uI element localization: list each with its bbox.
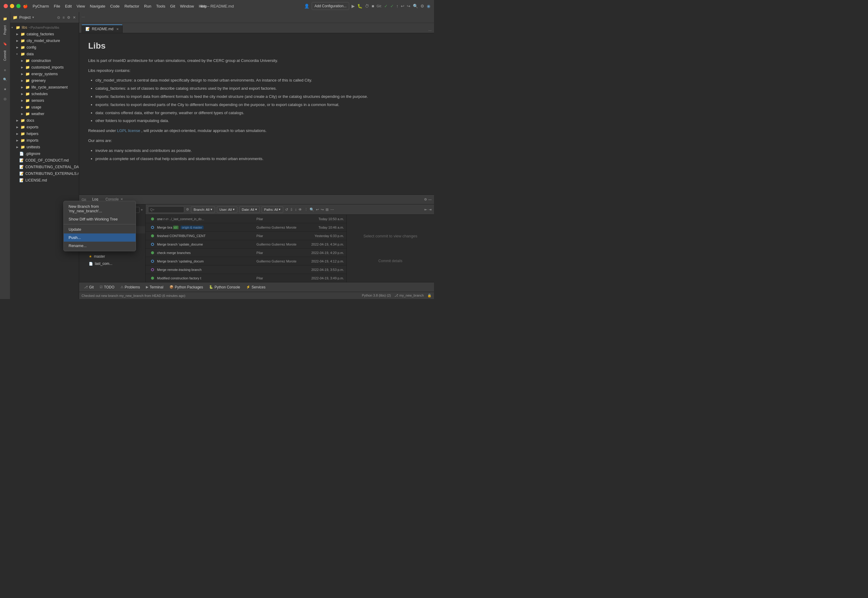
commit-row-7[interactable]: Modified construction factory t Pilar 20… (146, 274, 347, 282)
git-origin-master[interactable]: ★ master (79, 253, 145, 260)
git-filter-settings-icon[interactable]: ⚙ (186, 208, 189, 211)
search-icon[interactable]: 🔍 (413, 4, 418, 9)
bookmark-side-icon[interactable]: ★ (1, 85, 9, 94)
tree-item-exports[interactable]: ▶ 📁 exports (10, 124, 79, 130)
menu-tools[interactable]: Tools (156, 4, 165, 9)
git-fetch-icon[interactable]: ⇩ (290, 208, 293, 212)
project-label[interactable]: Project (3, 24, 7, 36)
stop-icon[interactable]: ■ (372, 4, 374, 9)
ctx-new-branch[interactable]: New Branch from 'my_new_branch'... (64, 202, 136, 215)
menu-apple[interactable]: 🍎 (23, 4, 28, 9)
git-redo-icon[interactable]: ↪ (321, 208, 324, 212)
menu-file[interactable]: File (54, 4, 60, 9)
git-branch-layout-icon[interactable]: ⊞ (326, 208, 329, 212)
commit-row-2[interactable]: finished CONTRIBUTING_CENT Pilar Yesterd… (146, 232, 347, 240)
menu-code[interactable]: Code (110, 4, 120, 9)
tree-item-helpers[interactable]: ▶ 📁 helpers (10, 130, 79, 137)
tree-item-catalog[interactable]: ▶ 📁 catalog_factories (10, 31, 79, 37)
tab-close-icon[interactable]: ✕ (116, 27, 119, 31)
tree-item-conduct[interactable]: 📝 CODE_OF_CONDUCT.md (10, 157, 79, 164)
tree-item-contributing-central[interactable]: 📝 CONTRIBUTING_CENTRAL_DATA_MODEL.md (10, 164, 79, 170)
license-link[interactable]: LGPL license (117, 129, 140, 133)
btool-terminal[interactable]: ▶ Terminal (143, 283, 166, 291)
tree-item-imports[interactable]: ▶ 📁 imports (10, 137, 79, 144)
git-search-commits-icon[interactable]: 🔍 (309, 208, 314, 212)
structure-icon[interactable]: ≡ (1, 66, 9, 74)
tree-item-lifecycle[interactable]: ▶ 📁 life_cycle_assessment (10, 84, 79, 91)
git-refresh-icon[interactable]: ↺ (285, 208, 288, 212)
btool-todo[interactable]: ☑ TODO (97, 283, 117, 291)
btool-problems[interactable]: ⚠ Problems (118, 283, 143, 291)
btool-git[interactable]: ⎇ Git (82, 283, 96, 291)
git-funnel-icon[interactable]: ⋯ (330, 208, 334, 212)
tree-item-license[interactable]: 📝 LICENSE.md (10, 177, 79, 184)
project-icon[interactable]: 📁 (1, 15, 9, 23)
panel-minimize-icon[interactable]: ✕ (72, 15, 76, 20)
debug-icon[interactable]: 🐛 (357, 4, 362, 9)
git-branch-filter[interactable]: Branch: All ▾ (191, 206, 215, 213)
commit-row-4[interactable]: check merge branches Pilar 2022-04-19, 4… (146, 248, 347, 257)
close-button[interactable] (4, 4, 8, 8)
commit-row-5[interactable]: Merge branch 'updating_docum Guillermo G… (146, 257, 347, 266)
git-origin-lastcom[interactable]: 📄 last_com... (79, 260, 145, 267)
commit-row-1[interactable]: Merge bra 🏷 origin & master Guillermo Gu… (146, 223, 347, 232)
git-user-filter[interactable]: User: All ▾ (217, 206, 238, 213)
menu-edit[interactable]: Edit (65, 4, 72, 9)
git-sort-icon[interactable]: ↕ (295, 208, 297, 212)
ctx-push[interactable]: Push... (64, 233, 136, 242)
console-tab-close[interactable]: ✕ (121, 197, 123, 201)
undo-icon[interactable]: ↩ (401, 4, 404, 9)
git-merge-icon[interactable]: ✓ (390, 4, 394, 9)
profile-icon[interactable]: ⏱ (365, 4, 369, 9)
git-add-icon[interactable]: + (141, 208, 143, 212)
menu-git[interactable]: Git (170, 4, 175, 9)
tree-item-unittests[interactable]: ▶ 📁 unittests (10, 144, 79, 150)
tree-root-libs[interactable]: ▾ 📁 libs ~/PycharmProjects/libs (10, 24, 79, 31)
menu-run[interactable]: Run (144, 4, 151, 9)
menu-window[interactable]: Window (180, 4, 194, 9)
profile-avatar-icon[interactable]: ◉ (427, 4, 430, 9)
tree-item-greenery[interactable]: ▶ 📁 greenery (10, 77, 79, 84)
menu-view[interactable]: View (77, 4, 85, 9)
tree-item-usage[interactable]: ▶ 📁 usage (10, 104, 79, 111)
menu-navigate[interactable]: Navigate (90, 4, 105, 9)
tree-item-config[interactable]: ▶ 📁 config (10, 44, 79, 51)
tab-overflow-icon[interactable]: ⋯ (428, 28, 432, 33)
tree-item-citymodel[interactable]: ▶ 📁 city_model_structure (10, 37, 79, 44)
btool-python-packages[interactable]: 📦 Python Packages (167, 283, 205, 291)
git-date-filter[interactable]: Date: All ▾ (239, 206, 260, 213)
git-push-icon[interactable]: ↑ (396, 4, 398, 9)
ctx-show-diff[interactable]: Show Diff with Working Tree (64, 215, 136, 223)
tab-readme[interactable]: 📝 README.md ✕ (82, 24, 123, 33)
panel-settings-icon[interactable]: ⚙ (66, 15, 71, 20)
run-icon[interactable]: ▶ (351, 4, 355, 9)
commit-row-6[interactable]: Merge remote-tracking branch 2022-04-19,… (146, 266, 347, 274)
btool-python-console[interactable]: 🐍 Python Console (206, 283, 242, 291)
toolbar-more-icon[interactable]: ⋯ (82, 15, 85, 19)
git-expand-icon[interactable]: ⇤ (424, 208, 427, 212)
git-paths-filter[interactable]: Paths: All ▾ (261, 206, 284, 213)
tree-item-customized[interactable]: ▶ 📁 customized_imports (10, 64, 79, 71)
panel-scope-icon[interactable]: ⊙ (57, 15, 61, 20)
ctx-rename[interactable]: Rename... (64, 242, 136, 250)
tree-item-weather[interactable]: ▶ 📁 weather (10, 111, 79, 117)
menu-pycharm[interactable]: PyCharm (33, 4, 49, 9)
panel-collapse-icon[interactable]: ≡ (62, 15, 65, 20)
redo-icon[interactable]: ↪ (407, 4, 411, 9)
tree-item-energy[interactable]: ▶ 📁 energy_systems (10, 71, 79, 77)
search-panel-icon[interactable]: 🔍 (1, 76, 9, 84)
ctx-update[interactable]: Update (64, 225, 136, 233)
commit-label[interactable]: Commit (3, 49, 7, 62)
bookmark-icon[interactable]: 🔖 (1, 40, 9, 48)
git-commits-search[interactable] (148, 206, 184, 213)
tree-item-docs[interactable]: ▶ 📁 docs (10, 117, 79, 124)
git-check-icon[interactable]: ✓ (384, 4, 388, 9)
database-icon[interactable]: ◎ (1, 95, 9, 103)
tree-item-sensors[interactable]: ▶ 📁 sensors (10, 97, 79, 104)
menu-refactor[interactable]: Refactor (124, 4, 139, 9)
tree-item-gitignore[interactable]: 📄 .gitignore (10, 150, 79, 157)
git-minimize-icon[interactable]: — (428, 197, 432, 202)
tree-item-data[interactable]: ▾ 📁 data (10, 51, 79, 57)
commit-row-0[interactable]: one r 🏷 ../_last_comment_in_do... Pilar … (146, 215, 347, 223)
add-configuration-button[interactable]: Add Configuration... (312, 2, 349, 10)
